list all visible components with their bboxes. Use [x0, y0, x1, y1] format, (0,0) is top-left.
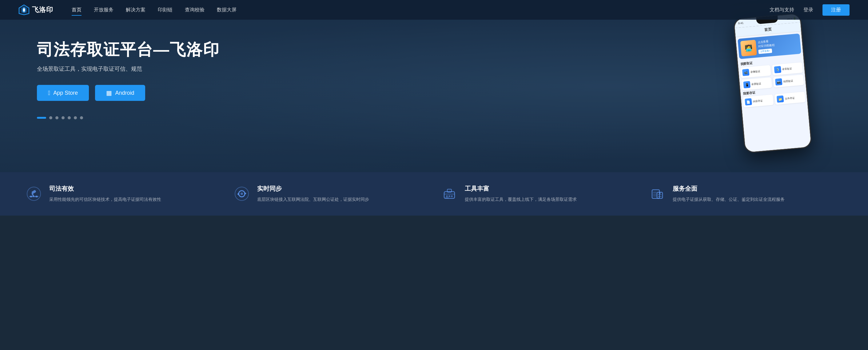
service-text: 服务全面 提供电子证据从获取、存储、公证、鉴定到出证全流程服务: [673, 185, 785, 203]
tools-icon-wrap: [440, 185, 459, 203]
nav-item-verify[interactable]: 查询校验: [185, 5, 205, 14]
service-desc: 提供电子证据从获取、存储、公证、鉴定到出证全流程服务: [673, 196, 785, 203]
tools-desc: 提供丰富的取证工具，覆盖线上线下，满足各场景取证需求: [465, 196, 577, 203]
sync-title: 实时同步: [257, 185, 369, 193]
dot-3[interactable]: [55, 116, 58, 119]
phone-grid-item-video[interactable]: 📹 录像取证: [740, 65, 771, 78]
feature-service: 服务全面 提供电子证据从获取、存储、公证、鉴定到出证全流程服务: [648, 185, 844, 203]
file-icon: 📁: [777, 95, 784, 103]
judicial-text: 司法有效 采用性能领先的可信区块链技术，提高电子证据司法有效性: [49, 185, 161, 203]
logo-icon: [19, 4, 30, 15]
phone-grid-item-file[interactable]: 📁 文件存证: [775, 92, 806, 104]
feature-judicial: 司法有效 采用性能领先的可信区块链技术，提高电子证据司法有效性: [25, 185, 220, 203]
phone-banner-figure: 🧑‍💻: [740, 40, 757, 56]
nav-item-open-service[interactable]: 开放服务: [94, 5, 114, 14]
store-item-label-2: 文件存证: [785, 96, 795, 100]
phone-time: 9:41: [738, 22, 743, 25]
dot-5[interactable]: [68, 116, 71, 119]
dot-active[interactable]: [37, 117, 46, 119]
appstore-label: App Store: [53, 90, 78, 96]
feature-tools: 工具丰富 提供丰富的取证工具，覆盖线上线下，满足各场景取证需求: [440, 185, 636, 203]
sync-icon-wrap: [232, 185, 251, 203]
svg-point-18: [448, 195, 450, 197]
nav-item-dashboard[interactable]: 数据大屏: [217, 5, 237, 14]
sync-text: 实时同步 底层区块链接入互联网法院、互联网公证处，证据实时同步: [257, 185, 369, 203]
content-icon: 📄: [745, 98, 752, 105]
phone-banner: 🧑‍💻 点击查看 对应功能教程 立即查看>: [738, 34, 801, 59]
nav-register-button[interactable]: 注册: [823, 4, 849, 16]
logo[interactable]: 飞洛印: [19, 4, 53, 15]
android-button[interactable]: ▦ Android: [95, 85, 145, 101]
hero-section: 司法存取证平台—飞洛印 全场景取证工具，实现电子取证可信、规范  App St…: [0, 0, 868, 172]
feature-sync: 实时同步 底层区块链接入互联网法院、互联网公证处，证据实时同步: [232, 185, 428, 203]
judicial-title: 司法有效: [49, 185, 161, 193]
svg-point-17: [446, 195, 448, 197]
phone-banner-button[interactable]: 立即查看>: [758, 49, 772, 54]
phone-banner-content: 点击查看 对应功能教程 立即查看>: [757, 39, 775, 54]
grid-item-label-1: 录像取证: [750, 69, 761, 74]
dot-7[interactable]: [80, 116, 83, 119]
tools-icon: [442, 186, 457, 201]
screen-icon: 📱: [743, 81, 750, 88]
svg-marker-12: [237, 193, 239, 195]
phone-grid-item-content[interactable]: 📄 内容存证: [743, 94, 774, 107]
grid-item-label-4: 拍照取证: [783, 79, 793, 83]
service-icon-wrap: [648, 185, 666, 203]
svg-point-4: [27, 187, 40, 200]
features-section: 司法有效 采用性能领先的可信区块链技术，提高电子证据司法有效性 实时同步 底层区…: [0, 172, 868, 216]
logo-text: 飞洛印: [32, 5, 53, 14]
android-label: Android: [115, 90, 134, 96]
phone-mockup: 9:41 ▪▪▪ ≈ 🔋 首页 🧑‍💻 点击查看 对应功能教程 立即查看> 我要…: [739, 15, 806, 151]
dot-4[interactable]: [62, 116, 65, 119]
phone-grid-item-audio[interactable]: 🎙️ 录音取证: [772, 62, 803, 75]
video-icon: 📹: [742, 69, 750, 76]
phone-frame: 9:41 ▪▪▪ ≈ 🔋 首页 🧑‍💻 点击查看 对应功能教程 立即查看> 我要…: [733, 12, 812, 153]
nav-item-chain[interactable]: 印刻链: [158, 5, 173, 14]
android-icon: ▦: [106, 89, 112, 97]
svg-marker-11: [245, 192, 246, 195]
judicial-icon-wrap: [25, 185, 43, 203]
grid-item-label-2: 录音取证: [782, 67, 792, 71]
nav-item-solutions[interactable]: 解决方案: [126, 5, 146, 14]
dot-6[interactable]: [74, 116, 77, 119]
gavel-icon: [26, 186, 41, 201]
sync-icon: [234, 186, 249, 201]
audio-icon: 🎙️: [774, 66, 781, 73]
sync-desc: 底层区块链接入互联网法院、互联网公证处，证据实时同步: [257, 196, 369, 203]
svg-rect-14: [444, 192, 455, 198]
dot-2[interactable]: [49, 116, 52, 119]
phone-screen: 首页 🧑‍💻 点击查看 对应功能教程 立即查看> 我要取证 📹 录像取证: [735, 22, 811, 152]
nav-item-home[interactable]: 首页: [72, 5, 82, 14]
grid-item-label-3: 录屏取证: [751, 82, 762, 86]
appstore-button[interactable]:  App Store: [37, 85, 89, 101]
navbar: 飞洛印 首页 开放服务 解决方案 印刻链 查询校验 数据大屏 文档与支持 登录 …: [0, 0, 868, 20]
photo-icon: 📷: [775, 78, 782, 86]
store-item-label-1: 内容存证: [753, 99, 763, 103]
nav-links: 首页 开放服务 解决方案 印刻链 查询校验 数据大屏: [72, 5, 770, 14]
svg-point-19: [451, 195, 453, 197]
svg-point-8: [30, 196, 32, 197]
nav-docs[interactable]: 文档与支持: [770, 7, 794, 13]
tools-text: 工具丰富 提供丰富的取证工具，覆盖线上线下，满足各场景取证需求: [465, 185, 577, 203]
judicial-desc: 采用性能领先的可信区块链技术，提高电子证据司法有效性: [49, 196, 161, 203]
service-icon: [650, 186, 665, 201]
nav-right: 文档与支持 登录 注册: [770, 4, 849, 16]
service-title: 服务全面: [673, 185, 785, 193]
apple-icon: : [48, 90, 50, 97]
svg-point-9: [36, 196, 37, 197]
nav-login[interactable]: 登录: [803, 7, 813, 13]
tools-title: 工具丰富: [465, 185, 577, 193]
svg-point-28: [659, 192, 661, 194]
svg-point-13: [241, 193, 243, 195]
